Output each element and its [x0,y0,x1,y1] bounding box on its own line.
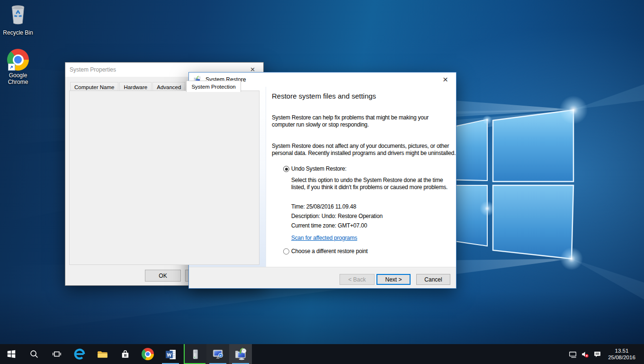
scan-affected-programs-link[interactable]: Scan for affected programs [291,235,357,242]
system-restore-icon [234,348,247,361]
search-icon [29,349,39,359]
ok-button[interactable]: OK [145,270,181,282]
desktop-icon-google-chrome[interactable]: Google Chrome [0,49,36,85]
volume-muted-icon[interactable] [579,344,591,364]
word-icon [165,348,177,360]
desktop-icon-label: Recycle Bin [0,29,36,36]
desktop-icon-recycle-bin[interactable]: Recycle Bin [0,3,36,36]
clock-date: 25/08/2016 [603,354,640,361]
undo-description: Select this option to undo the System Re… [291,177,448,191]
recycle-bin-icon [7,3,29,27]
system-properties-button[interactable] [206,344,229,364]
next-button[interactable]: Next > [376,274,411,285]
restore-description-line: Description: Undo: Restore Operation [291,213,383,220]
store-button[interactable] [114,344,136,364]
action-center-icon[interactable] [591,344,603,364]
restore-time-line: Time: 25/08/2016 11.09.48 [291,203,356,210]
file-explorer-button[interactable] [91,344,114,364]
window-title: System Properties [70,66,116,73]
dialog-paragraph-1: System Restore can help fix problems tha… [272,114,446,128]
system-protection-tab-page [69,91,259,265]
radio-label-undo[interactable]: Undo System Restore: [291,165,347,173]
task-view-button[interactable] [45,344,68,364]
dialog-heading: Restore system files and settings [272,92,376,100]
tab-system-protection[interactable]: System Protection [186,81,241,92]
shortcut-arrow-icon [8,64,15,71]
system-properties-icon [212,348,224,360]
desktop-icon-label: Google Chrome [4,72,32,85]
chrome-button[interactable] [136,344,159,364]
back-button[interactable]: < Back [340,274,375,285]
word-button[interactable] [159,344,182,364]
desktop-wallpaper: Recycle Bin Google Chrome System Propert… [0,0,644,364]
edge-icon [73,348,86,360]
start-button[interactable] [0,344,23,364]
chrome-icon [142,348,154,360]
search-button[interactable] [23,344,45,364]
network-icon[interactable] [566,344,579,364]
cancel-button[interactable]: Cancel [416,274,450,285]
dialog-footer: < Back Next > Cancel [189,267,456,288]
close-icon[interactable]: × [435,73,456,86]
setup-tower-button[interactable] [184,344,206,364]
store-icon [120,349,131,360]
radio-label-choose[interactable]: Choose a different restore point [291,248,367,255]
system-tray: 13.51 25/08/2016 [566,344,644,364]
radio-choose-different-restore-point[interactable] [283,248,289,255]
timezone-line: Current time zone: GMT+07.00 [291,222,367,229]
clock-time: 13.51 [603,347,640,354]
system-properties-window: System Properties × Computer Name Hardwa… [65,62,264,286]
file-explorer-icon [97,348,108,360]
windows-start-icon [6,349,17,359]
radio-undo-system-restore[interactable] [283,166,289,172]
system-restore-button[interactable] [229,344,252,364]
taskbar-clock[interactable]: 13.51 25/08/2016 [603,347,644,361]
pc-tower-icon [190,349,201,360]
dialog-content: Restore system files and settings System… [266,87,456,267]
taskbar: 13.51 25/08/2016 [0,344,644,364]
edge-button[interactable] [68,344,91,364]
task-view-icon [52,349,62,359]
dialog-paragraph-2: System Restore does not affect any of yo… [272,143,457,157]
